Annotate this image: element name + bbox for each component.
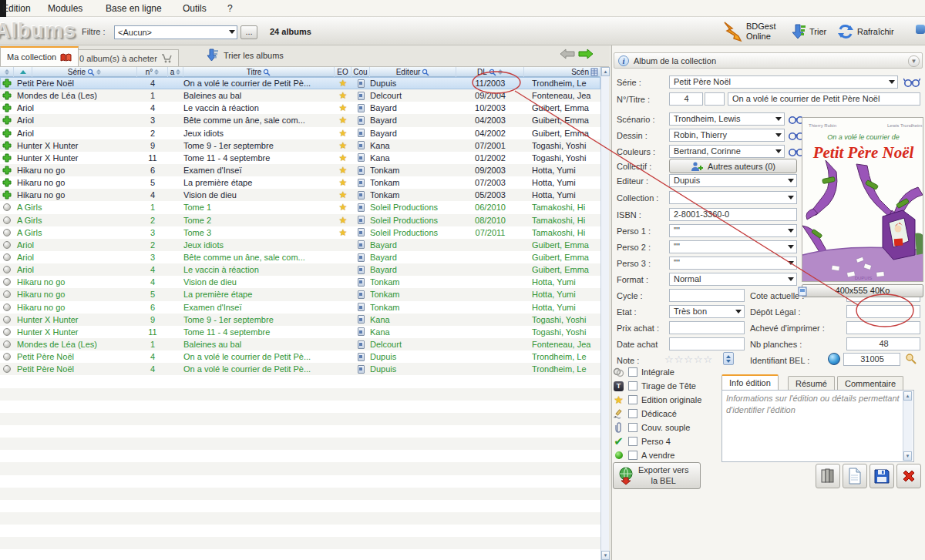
tab-ma-collection[interactable]: Ma collection xyxy=(0,46,79,66)
flag-integrale[interactable]: Intégrale xyxy=(613,366,674,378)
tab-albums-a-acheter[interactable]: 0 album(s) à acheter xyxy=(72,49,179,66)
table-row[interactable]: Hunter X Hunter11Tome 11 - 4 septembre★K… xyxy=(0,152,600,164)
col-serie[interactable]: Série xyxy=(32,67,137,77)
num-bis-field[interactable] xyxy=(705,92,725,106)
col-sorted[interactable] xyxy=(14,67,32,77)
edge-button[interactable] xyxy=(916,25,925,34)
collection-select[interactable] xyxy=(669,191,797,204)
editeur-select[interactable]: Dupuis xyxy=(669,174,797,187)
checkbox[interactable] xyxy=(628,423,637,432)
search-bel-icon[interactable] xyxy=(905,353,917,364)
table-row[interactable]: Hunter X Hunter9Tome 9 - 1er septembre★K… xyxy=(0,139,600,152)
col-titre[interactable]: Titre xyxy=(183,67,335,77)
checkbox[interactable] xyxy=(628,367,637,377)
checkbox[interactable] xyxy=(628,381,637,391)
flag-perso4[interactable]: ✔ Perso 4 xyxy=(613,435,671,448)
flag-tirage-de-tete[interactable]: T Tirage de Tête xyxy=(613,380,696,392)
col-scen[interactable]: Scén xyxy=(524,67,600,77)
serie-select[interactable]: Petit Père Noël xyxy=(669,75,898,89)
col-cou[interactable]: Cou xyxy=(352,67,370,77)
checkbox[interactable] xyxy=(628,409,637,418)
couleurs-select[interactable]: Bertrand, Corinne xyxy=(669,145,785,158)
table-row[interactable]: Ariol4Le vaccin à réactionBayardGuibert,… xyxy=(0,263,600,276)
table-row[interactable]: Petit Père Noël4On a volé le courrier de… xyxy=(0,77,600,89)
filter-more-button[interactable]: ... xyxy=(240,25,257,39)
checkbox[interactable] xyxy=(628,395,637,404)
col-eo[interactable]: EO xyxy=(335,67,352,77)
note-spinner[interactable] xyxy=(723,352,734,365)
collapse-panel-button[interactable]: ▼ xyxy=(908,55,920,67)
col-num[interactable]: n° xyxy=(137,67,168,77)
table-row[interactable]: Ariol3Bête comme un âne, sale com...Baya… xyxy=(0,251,600,263)
checkbox[interactable] xyxy=(628,437,637,446)
acheve-field[interactable] xyxy=(846,321,920,334)
perso3-select[interactable]: "" xyxy=(669,257,797,270)
scroll-up-button[interactable]: ▲ xyxy=(601,67,610,76)
flag-edition-originale[interactable]: ★ Edition originale xyxy=(613,394,701,406)
table-row[interactable]: Hikaru no go6Examen d'InseïTonkamHotta, … xyxy=(0,301,600,314)
depot-legal-field[interactable] xyxy=(846,305,920,318)
perso1-select[interactable]: "" xyxy=(669,224,797,237)
isbn-field[interactable]: 2-8001-3360-0 xyxy=(669,208,797,221)
checkbox[interactable] xyxy=(628,451,637,460)
col-a[interactable]: a xyxy=(168,67,183,77)
col-editeur[interactable]: Editeur xyxy=(370,67,456,77)
table-row[interactable]: Ariol3Bête comme un âne, sale com...★Bay… xyxy=(0,114,600,126)
tab-commentaire[interactable]: Commentaire xyxy=(837,376,903,391)
autres-auteurs-button[interactable]: Autres auteurs (0) xyxy=(669,159,797,173)
scroll-up-button[interactable]: ▲ xyxy=(903,391,912,401)
table-row[interactable]: Mondes de Léa (Les)1Baleines au balDelco… xyxy=(0,338,600,350)
titre-field[interactable]: On a volé le courrier de Petit Père Noël xyxy=(728,92,920,106)
tab-resume[interactable]: Résumé xyxy=(788,376,835,391)
table-row[interactable]: Ariol2Jeux idiots★Bayard04/2002Guibert, … xyxy=(0,127,600,139)
table-row[interactable]: Mondes de Léa (Les)1Baleines au bal★Delc… xyxy=(0,89,600,102)
table-row[interactable]: Hunter X Hunter11Tome 11 - 4 septembreKa… xyxy=(0,326,600,338)
date-achat-field[interactable] xyxy=(669,337,745,350)
next-arrow-icon[interactable] xyxy=(578,49,594,59)
lookup-glasses-icon[interactable] xyxy=(903,77,920,88)
table-row[interactable]: Ariol4Le vaccin à réaction★Bayard10/2003… xyxy=(0,102,600,114)
num-field[interactable]: 4 xyxy=(669,92,703,106)
nb-planches-field[interactable]: 48 xyxy=(846,337,920,350)
table-row[interactable]: Hunter X Hunter9Tome 9 - 1er septembreKa… xyxy=(0,314,600,326)
table-row[interactable]: Hikaru no go5La première étape★Tonkam07/… xyxy=(0,176,600,189)
table-row[interactable]: Petit Père Noël4On a volé le courrier de… xyxy=(0,363,600,375)
scroll-down-button[interactable]: ▼ xyxy=(601,551,610,560)
scenario-select[interactable]: Trondheim, Lewis xyxy=(669,112,785,126)
new-button[interactable] xyxy=(843,464,867,488)
edition-info-textarea[interactable]: Informations sur l'édition ou détails pe… xyxy=(722,390,914,462)
save-button[interactable] xyxy=(870,464,894,488)
table-row[interactable]: Hikaru no go4Vision de dieu★Tonkam05/200… xyxy=(0,189,600,201)
table-row[interactable]: Ariol2Jeux idiotsBayardGuibert, Emma xyxy=(0,239,600,251)
etat-select[interactable]: Très bon xyxy=(669,305,745,318)
prev-arrow-icon[interactable] xyxy=(560,49,575,59)
table-row[interactable]: Hikaru no go5La première étapeTonkamHott… xyxy=(0,288,600,300)
bdgest-online-button[interactable]: BDGestOnline xyxy=(723,20,776,43)
table-row[interactable]: A Girls2Tome 2★Soleil Productions08/2010… xyxy=(0,214,600,226)
col-state[interactable] xyxy=(0,67,14,77)
refresh-button[interactable]: Rafraîchir xyxy=(837,20,894,43)
scroll-down-button[interactable]: ▼ xyxy=(903,451,912,461)
table-row[interactable]: Petit Père Noël4On a volé le courrier de… xyxy=(0,350,600,363)
menu-help[interactable]: ? xyxy=(227,3,233,14)
textarea-scrollbar[interactable]: ▲ ▼ xyxy=(903,391,913,461)
prix-achat-field[interactable] xyxy=(669,321,745,334)
cover-size-button[interactable]: 400x555 40Ko xyxy=(802,284,923,297)
menu-edition[interactable]: Edition xyxy=(2,3,31,14)
perso2-select[interactable]: "" xyxy=(669,240,797,253)
menu-outils[interactable]: Outils xyxy=(183,3,207,14)
bel-field[interactable]: 31005 xyxy=(843,353,900,366)
delete-button[interactable] xyxy=(896,464,921,488)
rating-stars[interactable]: ☆☆☆☆☆ xyxy=(664,354,713,365)
table-row[interactable]: A Girls1Tome 1★Soleil Productions06/2010… xyxy=(0,201,600,213)
table-scrollbar[interactable]: ▲ ▼ xyxy=(600,67,609,560)
flag-a-vendre[interactable]: A vendre xyxy=(613,449,674,461)
flag-dedicace[interactable]: Dédicacé xyxy=(613,407,677,420)
tab-info-edition[interactable]: Info édition xyxy=(722,374,779,390)
sort-albums-button[interactable]: Trier les albums xyxy=(207,49,284,62)
menu-base-en-ligne[interactable]: Base en ligne xyxy=(106,3,162,14)
sort-button[interactable]: Trier xyxy=(791,20,826,43)
dessin-select[interactable]: Robin, Thierry xyxy=(669,129,785,142)
filter-select[interactable]: <Aucun> xyxy=(114,25,237,39)
cycle-field[interactable] xyxy=(669,289,745,302)
